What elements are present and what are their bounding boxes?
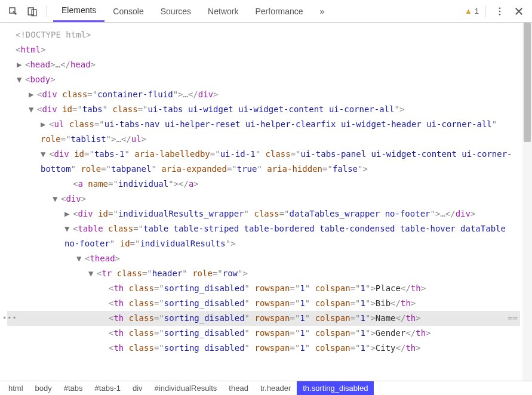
svg-point-5 (499, 13, 501, 15)
inspect-icon[interactable] (5, 3, 21, 20)
warning-icon: ▲ (465, 7, 472, 16)
dom-tree-line[interactable]: ▼<thead> (7, 251, 520, 266)
expand-arrow-icon[interactable]: ▶ (29, 87, 37, 102)
svg-rect-1 (28, 8, 33, 15)
tab-performance[interactable]: Performance (247, 0, 311, 22)
breadcrumb-item[interactable]: #tabs (58, 381, 89, 395)
dom-tree-line[interactable]: <th class="sorting disabled" rowspan="1"… (7, 341, 520, 356)
dom-tree-line[interactable]: <th class="sorting_disabled" rowspan="1"… (7, 296, 520, 311)
dom-tree-line[interactable]: ▼<body> (7, 72, 520, 87)
dom-tree-line[interactable]: ••• <th class="sorting_disabled" rowspan… (7, 311, 520, 326)
dom-tree-line[interactable]: ▶<head>…</head> (7, 57, 520, 72)
dom-tree-line[interactable]: <a name="individual"></a> (7, 177, 520, 192)
svg-point-4 (499, 10, 501, 12)
svg-point-3 (499, 7, 501, 9)
kebab-menu-icon[interactable] (491, 3, 508, 20)
expand-arrow-icon[interactable]: ▶ (17, 57, 25, 72)
dom-tree-line[interactable]: ▶<div class="container-fluid">…</div> (7, 87, 520, 102)
collapse-arrow-icon[interactable]: ▼ (64, 221, 73, 236)
devtools-toolbar: Elements Console Sources Network Perform… (0, 0, 532, 23)
toolbar-divider (47, 5, 47, 17)
breadcrumb-item[interactable]: html (2, 381, 29, 395)
warning-badge[interactable]: ▲ 1 (465, 7, 479, 16)
dom-tree-line[interactable]: ▼<tr class="header" role="row"> (7, 266, 520, 281)
collapse-arrow-icon[interactable]: ▼ (29, 102, 37, 117)
breadcrumb-item[interactable]: div (127, 381, 149, 395)
tab-more[interactable]: » (312, 0, 333, 22)
toolbar-divider (485, 5, 485, 17)
breadcrumb-item[interactable]: #individualResults (149, 381, 223, 395)
dom-tree-line[interactable]: ▼<div id="tabs-1" aria-labelledby="ui-id… (7, 147, 520, 177)
device-toggle-icon[interactable] (24, 3, 41, 20)
dom-tree-line[interactable]: <!DOCTYPE html> (7, 27, 520, 42)
tab-elements[interactable]: Elements (53, 0, 104, 22)
tab-console[interactable]: Console (104, 0, 152, 22)
collapse-arrow-icon[interactable]: ▼ (88, 266, 97, 281)
breadcrumb-item[interactable]: tr.header (254, 381, 297, 395)
collapse-arrow-icon[interactable]: ▼ (41, 147, 49, 162)
selected-gutter-icon: ••• (2, 311, 17, 326)
expand-arrow-icon[interactable]: ▶ (41, 117, 49, 132)
dom-tree-line[interactable]: <html> (7, 42, 520, 57)
dom-scrollbar[interactable] (522, 23, 532, 381)
main-panel: <!DOCTYPE html> <html>▶<head>…</head>▼<b… (0, 23, 532, 381)
dom-breadcrumb: htmlbody#tabs#tabs-1div#individualResult… (0, 381, 532, 395)
breadcrumb-item[interactable]: thead (223, 381, 254, 395)
tab-sources[interactable]: Sources (152, 0, 199, 22)
expand-arrow-icon[interactable]: ▶ (64, 206, 73, 221)
breadcrumb-item[interactable]: body (29, 381, 58, 395)
dom-tree-line[interactable]: <th class="sorting_disabled" rowspan="1"… (7, 281, 520, 296)
tab-network[interactable]: Network (199, 0, 247, 22)
close-icon[interactable] (511, 3, 527, 20)
collapse-arrow-icon[interactable]: ▼ (17, 72, 25, 87)
dom-tree-line[interactable]: ▶<div id="individualResults_wrapper" cla… (7, 206, 520, 221)
warning-count: 1 (475, 7, 479, 16)
breadcrumb-item[interactable]: #tabs-1 (89, 381, 127, 395)
collapse-arrow-icon[interactable]: ▼ (76, 251, 85, 266)
dom-tree-line[interactable]: ▼<div id="tabs" class="ui-tabs ui-widget… (7, 102, 520, 117)
dom-tree-line[interactable]: <th class="sorting_disabled" rowspan="1"… (7, 326, 520, 341)
devtools-tabs: Elements Console Sources Network Perform… (53, 0, 333, 22)
dom-tree-line[interactable]: ▼<table class="table table-striped table… (7, 221, 520, 251)
scrollbar-thumb[interactable] (524, 23, 531, 142)
dom-tree-line[interactable]: ▶<ul class="ui-tabs-nav ui-helper-reset … (7, 117, 520, 147)
breadcrumb-item[interactable]: th.sorting_disabled (297, 381, 374, 395)
dom-tree-line[interactable]: ▼<div> (7, 192, 520, 206)
collapse-arrow-icon[interactable]: ▼ (53, 192, 61, 206)
dom-tree-panel[interactable]: <!DOCTYPE html> <html>▶<head>…</head>▼<b… (0, 23, 522, 381)
